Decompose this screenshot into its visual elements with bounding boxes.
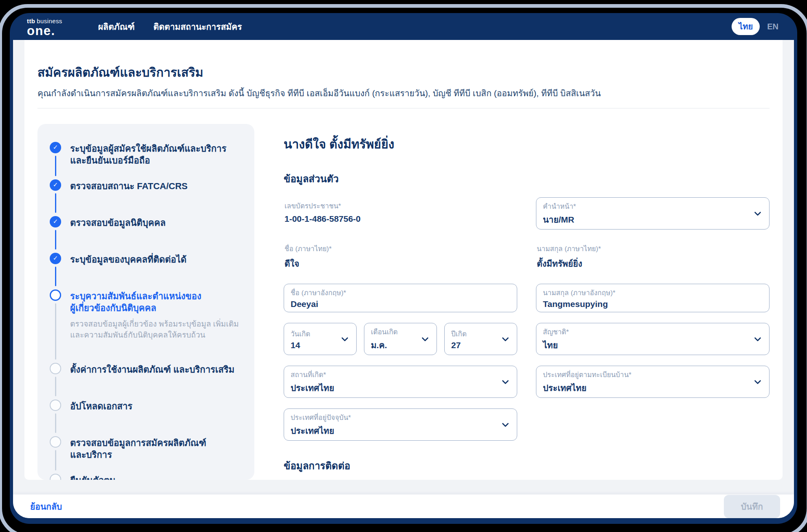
- main-nav: ผลิตภัณฑ์ ติดตามสถานะการสมัคร: [98, 20, 242, 33]
- content-viewport: สมัครผลิตภัณฑ์และบริการเสริม คุณกำลังดำเ…: [13, 40, 794, 518]
- chevron-down-icon: [501, 377, 510, 387]
- form-column: นางดีใจ ตั้งมีทรัพย์ยิ่ง ข้อมูลส่วนตัว เ…: [284, 124, 770, 480]
- chevron-down-icon: [340, 334, 350, 344]
- ttb-business-one-logo: ttbbusiness one.: [27, 18, 62, 37]
- language-thai-button[interactable]: ไทย: [732, 18, 760, 35]
- step-label: ระบุความสัมพันธ์และตำแหน่งของผู้เกี่ยวข้…: [70, 290, 243, 314]
- top-nav-bar: ttbbusiness one. ผลิตภัณฑ์ ติดตามสถานะกา…: [13, 13, 794, 40]
- english-first-name-value: Deeyai: [291, 299, 510, 309]
- nav-track-application-status[interactable]: ติดตามสถานะการสมัคร: [153, 20, 242, 33]
- step-label: ตรวจสอบข้อมูลนิติบุคคล: [70, 217, 165, 229]
- birth-day-label: วันเกิด: [291, 328, 337, 339]
- title-divider: [37, 108, 770, 108]
- nationality-value: ไทย: [543, 338, 750, 352]
- page-body: ✓ ระบุข้อมูลผู้สมัครใช้ผลิตภัณฑ์และบริกา…: [37, 124, 770, 480]
- stepper-step-fatca-crs[interactable]: ✓ ตรวจสอบสถานะ FATCA/CRS: [50, 179, 243, 216]
- page-subtitle: คุณกำลังดำเนินการสมัครผลิตภัณฑ์และบริการ…: [37, 86, 770, 100]
- section-personal-heading: ข้อมูลส่วนตัว: [284, 171, 770, 187]
- id-card-field: เลขบัตรประชาชน* 1-00-1-486-58756-0: [284, 197, 517, 230]
- birth-month-value: ม.ค.: [371, 338, 417, 352]
- step-rail: [50, 289, 61, 363]
- nationality-label: สัญชาติ*: [543, 326, 750, 337]
- nationality-select[interactable]: สัญชาติ* ไทย: [536, 323, 770, 355]
- chevron-down-icon: [753, 334, 763, 344]
- current-country-label: ประเทศที่อยู่ปัจจุบัน*: [291, 412, 497, 423]
- birth-day-select[interactable]: วันเกิด 14: [284, 323, 357, 355]
- nav-products[interactable]: ผลิตภัณฑ์: [98, 20, 135, 33]
- step-todo-icon: [50, 474, 61, 480]
- logo-business: business: [37, 18, 62, 24]
- step-rail: [50, 436, 61, 474]
- step-rail: ✓: [50, 253, 61, 289]
- step-label: ตั้งค่าการใช้งานผลิตภัณฑ์ และบริการเสริม: [70, 364, 234, 375]
- save-button[interactable]: บันทึก: [724, 495, 780, 518]
- thai-last-name-field: นามสกุล (ภาษาไทย)* ตั้งมีทรัพย์ยิ่ง: [536, 240, 770, 273]
- logo-ttb: ttb: [27, 18, 35, 24]
- stepper-step-applicant-info[interactable]: ✓ ระบุข้อมูลผู้สมัครใช้ผลิตภัณฑ์และบริกา…: [50, 142, 243, 179]
- personal-info-grid: เลขบัตรประชาชน* 1-00-1-486-58756-0 คำนำห…: [284, 197, 770, 441]
- step-connector: [55, 450, 56, 470]
- english-last-name-input[interactable]: นามสกุล (ภาษาอังกฤษ)* Tangmesupying: [536, 284, 770, 312]
- step-connector: [55, 230, 56, 249]
- thai-first-name-value: ดีใจ: [284, 257, 516, 270]
- check-icon: ✓: [53, 181, 58, 188]
- registered-country-select[interactable]: ประเทศที่อยู่ตามทะเบียนบ้าน* ประเทศไทย: [536, 366, 770, 398]
- english-first-name-label: ชื่อ (ภาษาอังกฤษ)*: [291, 287, 510, 298]
- step-connector: [55, 377, 56, 396]
- step-done-icon: ✓: [50, 253, 61, 264]
- step-todo-icon: [50, 363, 61, 374]
- stepper-step-product-settings[interactable]: ตั้งค่าการใช้งานผลิตภัณฑ์ และบริการเสริม: [50, 363, 243, 400]
- birth-place-value: ประเทศไทย: [291, 381, 497, 395]
- registered-country-label: ประเทศที่อยู่ตามทะเบียนบ้าน*: [543, 369, 750, 380]
- birth-month-label: เดือนเกิด: [371, 326, 417, 337]
- birth-year-label: ปีเกิด: [451, 328, 497, 339]
- stepper-step-review-application[interactable]: ตรวจสอบข้อมูลการสมัครผลิตภัณฑ์และบริการ: [50, 436, 243, 474]
- section-contact-heading: ข้อมูลการติดต่อ: [284, 458, 770, 474]
- stepper-step-contact-person[interactable]: ✓ ระบุข้อมูลของบุคคลที่ติดต่อได้: [50, 253, 243, 289]
- step-connector: [55, 156, 56, 176]
- chevron-down-icon: [501, 334, 510, 344]
- chevron-down-icon: [753, 209, 763, 219]
- step-label: ตรวจสอบข้อมูลการสมัครผลิตภัณฑ์และบริการ: [70, 437, 206, 461]
- step-active-icon: [50, 289, 61, 301]
- title-prefix-select[interactable]: คำนำหน้า* นาย/MR: [536, 197, 770, 230]
- step-rail: ✓: [50, 142, 61, 179]
- stepper-step-relationship-position[interactable]: ระบุความสัมพันธ์และตำแหน่งของผู้เกี่ยวข้…: [50, 289, 243, 363]
- chevron-down-icon: [501, 420, 510, 430]
- step-label: ยืนยันตัวตน: [70, 475, 116, 480]
- language-en-button[interactable]: EN: [767, 22, 778, 31]
- check-icon: ✓: [53, 218, 58, 225]
- thai-last-name-value: ตั้งมีทรัพย์ยิ่ง: [537, 257, 769, 270]
- step-label: ระบุข้อมูลผู้สมัครใช้ผลิตภัณฑ์และบริการแ…: [70, 143, 226, 166]
- step-done-icon: ✓: [50, 179, 61, 191]
- step-connector: [55, 413, 56, 433]
- english-last-name-label: นามสกุล (ภาษาอังกฤษ)*: [543, 287, 763, 298]
- logo-brand-line: ttbbusiness: [27, 18, 62, 24]
- step-connector: [55, 303, 56, 360]
- current-country-value: ประเทศไทย: [291, 424, 497, 437]
- chevron-down-icon: [753, 377, 763, 387]
- stepper-step-identity-verification[interactable]: ยืนยันตัวตน: [50, 474, 243, 480]
- birth-place-select[interactable]: สถานที่เกิด* ประเทศไทย: [284, 366, 517, 398]
- footer-action-bar: ย้อนกลับ บันทึก: [13, 494, 794, 518]
- stepper-step-juristic-info[interactable]: ✓ ตรวจสอบข้อมูลนิติบุคคล: [50, 216, 243, 253]
- chevron-down-icon: [420, 334, 430, 344]
- english-first-name-input[interactable]: ชื่อ (ภาษาอังกฤษ)* Deeyai: [284, 284, 517, 312]
- step-rail: ✓: [50, 216, 61, 253]
- step-label: ระบุข้อมูลของบุคคลที่ติดต่อได้: [70, 254, 187, 265]
- current-country-select[interactable]: ประเทศที่อยู่ปัจจุบัน* ประเทศไทย: [284, 408, 517, 441]
- step-label: ตรวจสอบสถานะ FATCA/CRS: [70, 180, 187, 192]
- logo-one: one.: [27, 24, 62, 37]
- step-connector: [55, 267, 56, 286]
- birth-year-select[interactable]: ปีเกิด 27: [444, 323, 517, 355]
- step-description: ตรวจสอบข้อมูลผู้เกี่ยวข้อง พร้อมระบุข้อม…: [70, 319, 243, 341]
- main-content-card: สมัครผลิตภัณฑ์และบริการเสริม คุณกำลังดำเ…: [24, 40, 783, 480]
- application-stepper: ✓ ระบุข้อมูลผู้สมัครใช้ผลิตภัณฑ์และบริกา…: [37, 124, 254, 480]
- title-prefix-label: คำนำหน้า*: [543, 201, 750, 212]
- step-todo-icon: [50, 436, 61, 448]
- birth-month-select[interactable]: เดือนเกิด ม.ค.: [364, 323, 437, 355]
- back-button[interactable]: ย้อนกลับ: [30, 500, 62, 513]
- language-toggle: ไทย EN: [732, 18, 778, 35]
- check-icon: ✓: [53, 143, 58, 151]
- stepper-step-upload-documents[interactable]: อัปโหลดเอกสาร: [50, 400, 243, 436]
